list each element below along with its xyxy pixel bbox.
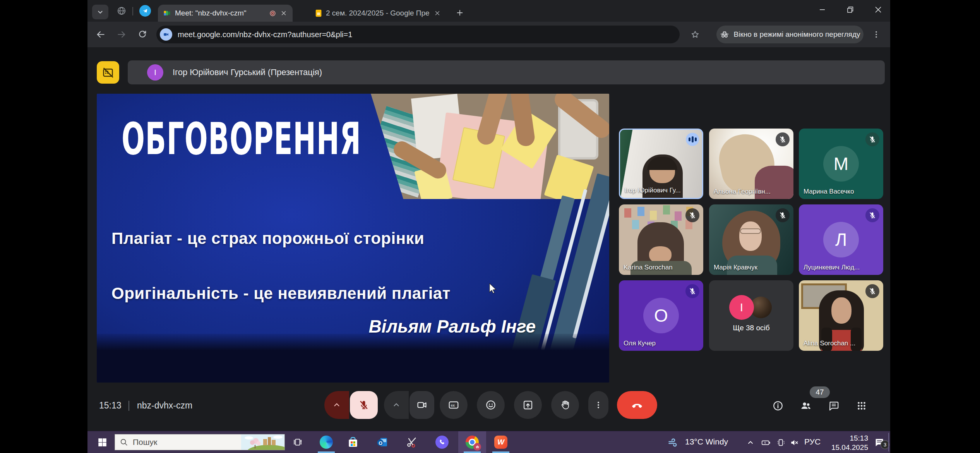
- address-bar[interactable]: meet.google.com/nbz-dvhx-czm?authuser=0&…: [156, 26, 680, 43]
- mic-options-button[interactable]: [324, 391, 349, 419]
- phone-link-icon[interactable]: [775, 437, 786, 448]
- reactions-button[interactable]: [477, 391, 505, 419]
- show-desktop-divider[interactable]: [888, 433, 889, 451]
- chevron-up-icon: [332, 401, 341, 409]
- end-call-button[interactable]: [617, 391, 657, 419]
- tab-slides[interactable]: 2 сем. 2024/2025 - Google Пре: [310, 5, 446, 22]
- camera-toggle-button[interactable]: [409, 391, 434, 419]
- chat-icon: [828, 400, 840, 412]
- participant-tile-igor[interactable]: Ігор Юрійович Гу...: [619, 129, 703, 199]
- participant-tile-karina[interactable]: Karina Sorochan: [619, 204, 703, 275]
- weather-icon[interactable]: [667, 437, 679, 448]
- meeting-details-button[interactable]: [769, 396, 787, 415]
- slide-line2: Оригінальність - це невиявлений плагіат: [111, 284, 451, 303]
- present-button[interactable]: [514, 391, 542, 419]
- browser-menu-button[interactable]: [869, 27, 883, 41]
- camera-options-button[interactable]: [384, 391, 409, 419]
- task-view-icon: [293, 437, 303, 447]
- captions-button[interactable]: cc: [440, 391, 468, 419]
- close-tab-icon[interactable]: [434, 10, 441, 17]
- participant-tile-maria[interactable]: Марія Кравчук: [709, 204, 793, 275]
- taskbar-wps[interactable]: W: [488, 431, 513, 453]
- language-indicator[interactable]: РУС: [804, 437, 821, 446]
- apps-grid-icon: [856, 400, 867, 412]
- browser-toolbar: meet.google.com/nbz-dvhx-czm?authuser=0&…: [87, 22, 890, 47]
- window-minimize-button[interactable]: [811, 2, 834, 18]
- mic-toggle-button[interactable]: [350, 391, 378, 419]
- pinned-tab-globe[interactable]: [116, 5, 127, 16]
- start-button[interactable]: [90, 431, 115, 453]
- chrome-icon: [466, 436, 479, 449]
- taskbar-search-box[interactable]: Пошук: [115, 434, 285, 450]
- screen: Meet: "nbz-dvhx-czm" 2 сем. 2024/2025 - …: [0, 0, 980, 453]
- forward-button[interactable]: [115, 27, 128, 41]
- bookmark-button[interactable]: [688, 27, 702, 41]
- participant-tile-overflow[interactable]: І Ще 38 осіб: [709, 280, 793, 351]
- taskbar-outlook[interactable]: O: [370, 431, 395, 453]
- slide-bottom-shade: [97, 334, 609, 383]
- globe-icon: [117, 6, 127, 16]
- task-view-button[interactable]: [285, 431, 310, 453]
- more-options-button[interactable]: [588, 391, 608, 419]
- windows-taskbar: Пошук O: [87, 431, 890, 453]
- reload-button[interactable]: [135, 27, 149, 41]
- tray-expand-button[interactable]: [745, 437, 756, 448]
- captions-icon: cc: [448, 399, 459, 411]
- taskbar-viber[interactable]: [430, 431, 454, 453]
- camera-icon: [416, 400, 427, 410]
- pinned-tab-telegram[interactable]: [139, 5, 151, 17]
- weather-label[interactable]: 13°C Windy: [685, 437, 728, 446]
- close-tab-icon[interactable]: [280, 10, 287, 17]
- volume-muted-icon[interactable]: [789, 437, 800, 448]
- raise-hand-icon: [559, 399, 571, 411]
- participant-tile-alona[interactable]: Альона Георгіївн...: [709, 129, 793, 199]
- back-button[interactable]: [94, 27, 108, 41]
- participant-name: Марина Васечко: [804, 188, 854, 196]
- notification-center-button[interactable]: 3: [872, 437, 887, 448]
- browser-window: Meet: "nbz-dvhx-czm" 2 сем. 2024/2025 - …: [87, 0, 890, 431]
- taskbar-edge[interactable]: [314, 431, 339, 453]
- tab-search-button[interactable]: [92, 5, 108, 19]
- window-restore-button[interactable]: [839, 2, 862, 18]
- mic-muted-icon: [776, 208, 790, 222]
- activities-button[interactable]: [852, 396, 871, 415]
- participant-tile-alina[interactable]: Alina Sorochan ...: [799, 280, 883, 351]
- mic-muted-icon: [358, 400, 369, 410]
- mic-muted-icon: [865, 284, 879, 298]
- window-close-button[interactable]: [867, 2, 890, 18]
- kebab-menu-icon: [594, 400, 603, 410]
- restore-icon: [846, 5, 855, 14]
- mic-muted-icon: [865, 132, 879, 146]
- microsoft-store-icon: [347, 436, 359, 448]
- plus-icon: [456, 9, 464, 17]
- taskbar-store[interactable]: [341, 431, 365, 453]
- slide-title: ОБГОВОРЕННЯ: [122, 117, 361, 161]
- search-highlight-illustration[interactable]: [241, 434, 284, 450]
- taskbar-chrome-active[interactable]: [458, 431, 486, 453]
- tab-title: 2 сем. 2024/2025 - Google Пре: [326, 9, 430, 17]
- raise-hand-button[interactable]: [551, 391, 579, 419]
- presentation-paused-icon[interactable]: [97, 61, 119, 84]
- taskbar-clock[interactable]: 15:13 15.04.2025: [825, 434, 868, 452]
- participant-tile-maryna[interactable]: M Марина Васечко: [799, 129, 883, 199]
- incognito-badge: Вікно в режимі анонімного перегляду: [716, 26, 863, 43]
- search-icon: [120, 438, 128, 446]
- close-icon: [874, 5, 883, 14]
- presentation-slide[interactable]: ОБГОВОРЕННЯ Плагіат - це страх порожньої…: [97, 94, 609, 383]
- tab-meet[interactable]: Meet: "nbz-dvhx-czm": [158, 5, 293, 22]
- slide-photo: [368, 94, 609, 199]
- taskbar-snipping-tool[interactable]: [399, 431, 424, 453]
- participant-name: Karina Sorochan: [624, 264, 673, 271]
- overflow-avatar-1: І: [729, 295, 754, 320]
- incognito-label: Вікно в режимі анонімного перегляду: [733, 30, 860, 39]
- people-button[interactable]: [797, 396, 815, 415]
- new-tab-button[interactable]: [453, 6, 466, 19]
- participant-tile-olia[interactable]: О Оля Кучер: [619, 280, 703, 351]
- participant-tile-lutsynkevych[interactable]: Л Луцинкевич Люд...: [799, 204, 883, 275]
- chat-button[interactable]: [824, 396, 843, 415]
- slides-favicon: [315, 10, 322, 17]
- battery-icon[interactable]: [760, 437, 772, 448]
- site-camera-icon[interactable]: [160, 28, 172, 41]
- reload-icon: [137, 29, 147, 39]
- scissors-icon: [406, 436, 418, 448]
